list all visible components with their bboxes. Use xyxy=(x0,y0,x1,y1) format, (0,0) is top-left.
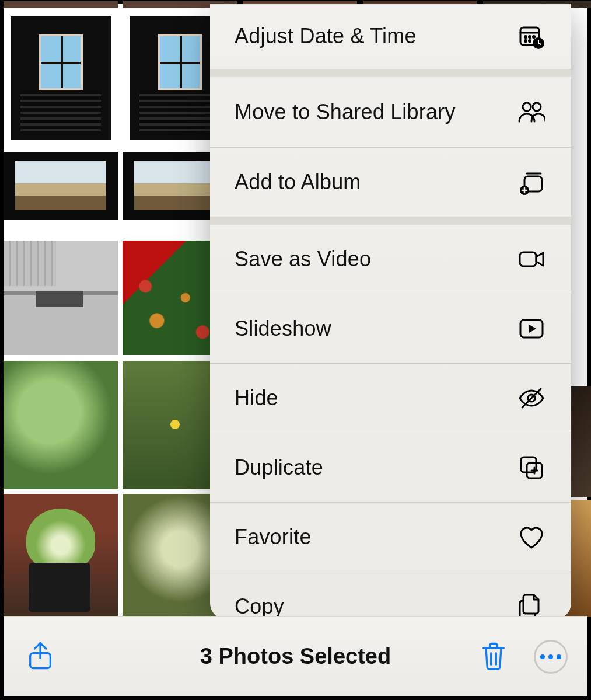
photo-thumb[interactable] xyxy=(4,361,118,489)
svg-rect-12 xyxy=(520,252,536,266)
context-menu: Adjust Date & Time Move to Shared Librar… xyxy=(210,4,571,619)
menu-item-favorite[interactable]: Favorite xyxy=(210,503,571,572)
share-icon xyxy=(25,640,55,673)
share-button[interactable] xyxy=(23,640,57,674)
menu-item-duplicate[interactable]: Duplicate xyxy=(210,433,571,502)
menu-item-label: Copy xyxy=(235,594,284,619)
photo-thumb[interactable] xyxy=(4,494,118,617)
bottom-toolbar: 3 Photos Selected xyxy=(4,616,587,696)
svg-point-6 xyxy=(529,40,530,41)
more-button[interactable] xyxy=(534,640,568,674)
menu-item-copy[interactable]: Copy xyxy=(210,572,571,619)
svg-point-8 xyxy=(523,103,531,111)
duplicate-plus-icon xyxy=(515,451,548,484)
svg-point-4 xyxy=(533,36,534,37)
calendar-clock-icon xyxy=(515,20,548,53)
svg-point-5 xyxy=(524,40,526,41)
ellipsis-icon xyxy=(538,654,563,659)
menu-item-label: Adjust Date & Time xyxy=(235,24,417,48)
menu-item-slideshow[interactable]: Slideshow xyxy=(210,294,571,363)
app-frame: Adjust Date & Time Move to Shared Librar… xyxy=(0,0,591,700)
menu-item-label: Add to Album xyxy=(235,170,361,194)
add-to-album-icon xyxy=(515,166,548,198)
svg-point-3 xyxy=(529,36,530,37)
documents-icon xyxy=(515,590,548,619)
photo-thumb[interactable] xyxy=(4,241,118,355)
menu-item-save-as-video[interactable]: Save as Video xyxy=(210,225,571,294)
delete-button[interactable] xyxy=(477,640,510,674)
photo-thumb[interactable] xyxy=(4,1,118,8)
menu-item-label: Hide xyxy=(235,386,278,410)
menu-item-hide[interactable]: Hide xyxy=(210,364,571,433)
menu-item-label: Favorite xyxy=(235,525,312,549)
svg-point-9 xyxy=(533,103,541,111)
svg-point-2 xyxy=(524,36,526,37)
trash-icon xyxy=(478,640,509,673)
menu-item-label: Move to Shared Library xyxy=(235,100,456,124)
menu-item-label: Save as Video xyxy=(235,247,371,271)
video-icon xyxy=(515,243,548,276)
photo-thumb[interactable] xyxy=(4,152,118,220)
menu-item-add-to-album[interactable]: Add to Album xyxy=(210,148,571,217)
play-rect-icon xyxy=(515,312,548,345)
menu-item-move-shared-library[interactable]: Move to Shared Library xyxy=(210,77,571,147)
eye-slash-icon xyxy=(515,382,548,415)
photo-thumb[interactable] xyxy=(4,9,118,147)
menu-item-label: Duplicate xyxy=(235,455,323,480)
menu-item-adjust-date-time[interactable]: Adjust Date & Time xyxy=(210,4,571,69)
menu-item-label: Slideshow xyxy=(235,316,331,341)
heart-icon xyxy=(515,521,548,553)
people-icon xyxy=(515,96,548,128)
